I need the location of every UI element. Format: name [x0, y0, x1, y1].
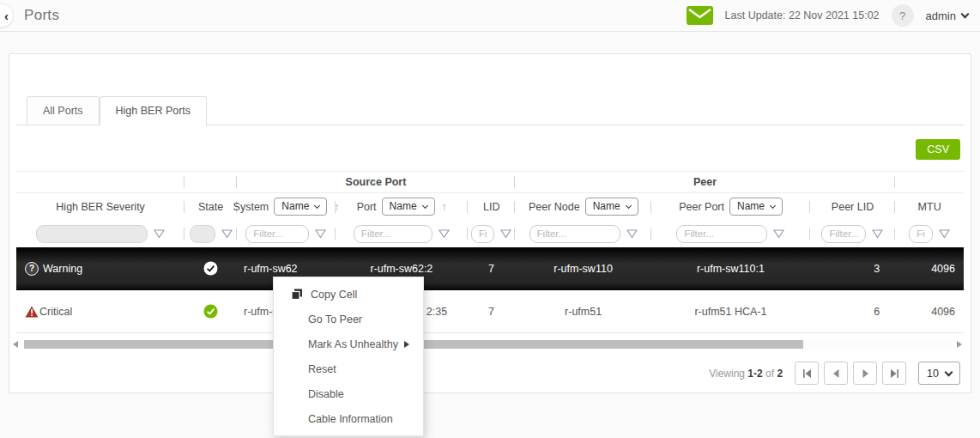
scrollbar-track[interactable]	[22, 340, 953, 349]
column-header-row: High BER Severity State System Name ↑ Po…	[16, 193, 964, 220]
menu-item-go-to-peer[interactable]: Go To Peer	[274, 307, 423, 332]
page-size-value: 10	[927, 368, 939, 380]
group-peer: Peer	[515, 176, 895, 188]
system-cell: r-ufm-sw62	[237, 263, 336, 275]
last-page-button[interactable]	[882, 362, 906, 385]
viewing-label: Viewing 1-2 of 2	[709, 368, 783, 380]
horizontal-scrollbar	[13, 339, 962, 349]
chevron-down-icon	[314, 202, 320, 208]
table-row-critical[interactable]: Critical r-ufm-s 2:35 7 r-ufm51 r-ufm51 …	[16, 290, 964, 333]
tab-bar: All Ports High BER Ports	[16, 96, 964, 125]
funnel-icon[interactable]	[500, 229, 511, 239]
funnel-icon[interactable]	[154, 229, 165, 239]
next-page-icon	[862, 369, 868, 378]
menu-item-reset[interactable]: Reset	[274, 356, 423, 381]
funnel-icon[interactable]	[872, 229, 883, 239]
system-field-value: Name	[281, 200, 309, 212]
last-page-icon	[890, 369, 899, 378]
col-high-ber-severity[interactable]: High BER Severity	[16, 201, 185, 213]
funnel-icon[interactable]	[626, 229, 638, 239]
peer-lid-cell: 3	[810, 263, 896, 275]
first-page-button[interactable]	[795, 362, 819, 385]
copy-icon	[291, 289, 303, 301]
peer-port-filter-input[interactable]	[676, 225, 767, 243]
back-chevron-icon: ‹	[4, 9, 9, 23]
scroll-right-icon[interactable]	[957, 341, 962, 348]
last-update-label: Last Update: 22 Nov 2021 15:02	[725, 9, 880, 21]
lid-filter-input[interactable]	[471, 225, 494, 243]
first-page-icon	[802, 369, 812, 378]
collapse-sidebar-button[interactable]: ‹	[0, 3, 14, 27]
state-healthy-icon	[203, 304, 218, 319]
peer-node-field-value: Name	[593, 200, 620, 212]
next-page-button[interactable]	[853, 362, 877, 385]
help-button[interactable]: ?	[892, 4, 914, 27]
critical-severity-icon	[25, 306, 39, 318]
prev-page-button[interactable]	[824, 362, 848, 385]
peer-port-field-select[interactable]: Name	[729, 198, 783, 216]
col-peer-lid[interactable]: Peer LID	[810, 201, 896, 213]
menu-item-label: Go To Peer	[308, 313, 362, 325]
port-sort-asc-icon[interactable]: ↑	[442, 201, 447, 213]
user-menu[interactable]: admin	[926, 9, 968, 22]
funnel-icon[interactable]	[939, 229, 950, 239]
system-field-select[interactable]: Name	[274, 198, 327, 216]
top-bar: ‹ Ports Last Update: 22 Nov 2021 15:02 ?…	[0, 0, 980, 32]
funnel-icon[interactable]	[221, 229, 233, 239]
system-filter-input[interactable]	[245, 225, 309, 243]
high-ber-ports-table: Source Port Peer High BER Severity State…	[16, 171, 964, 333]
col-state[interactable]: State	[185, 201, 237, 213]
col-peer-node-label: Peer Node	[529, 201, 580, 213]
menu-item-copy-cell[interactable]: Copy Cell	[274, 282, 423, 307]
chevron-down-icon	[961, 9, 970, 18]
lid-cell: 7	[468, 263, 515, 275]
menu-item-label: Cable Information	[308, 413, 393, 425]
severity-label: Warning	[43, 263, 82, 275]
port-filter-input[interactable]	[354, 225, 433, 243]
col-port-label: Port	[357, 201, 377, 213]
csv-export-button[interactable]: CSV	[916, 139, 960, 160]
scroll-left-icon[interactable]	[13, 341, 18, 348]
port-field-select[interactable]: Name	[382, 198, 435, 216]
peer-node-field-select[interactable]: Name	[585, 198, 638, 216]
severity-filter-input[interactable]	[36, 225, 148, 243]
col-lid[interactable]: LID	[468, 201, 515, 213]
lid-cell: 7	[468, 306, 515, 318]
state-healthy-icon	[203, 261, 218, 276]
viewing-range: 1-2	[747, 368, 762, 380]
state-filter-input[interactable]	[190, 225, 215, 243]
funnel-icon[interactable]	[315, 229, 326, 239]
chevron-down-icon	[945, 368, 953, 376]
ports-page: ‹ Ports Last Update: 22 Nov 2021 15:02 ?…	[0, 0, 980, 438]
tab-high-ber-ports[interactable]: High BER Ports	[100, 96, 208, 125]
port-cell: r-ufm-sw62:2	[336, 263, 468, 275]
severity-label: Critical	[39, 306, 72, 318]
funnel-icon[interactable]	[439, 229, 450, 239]
col-mtu[interactable]: MTU	[895, 201, 964, 213]
mail-icon[interactable]	[687, 6, 713, 25]
menu-item-cable-information[interactable]: Cable Information	[274, 406, 423, 431]
username-label: admin	[926, 9, 956, 22]
help-icon: ?	[899, 9, 905, 22]
group-source-port: Source Port	[237, 176, 515, 188]
peer-lid-cell: 6	[810, 306, 896, 318]
page-size-select[interactable]: 10	[918, 362, 960, 385]
peer-lid-filter-input[interactable]	[821, 225, 866, 243]
row-context-menu: Copy Cell Go To Peer Mark As Unhealthy R…	[273, 277, 424, 436]
tab-all-ports[interactable]: All Ports	[27, 96, 100, 125]
peer-node-filter-input[interactable]	[529, 225, 620, 243]
peer-node-cell: r-ufm-sw110	[515, 263, 651, 275]
peer-port-cell: r-ufm51 HCA-1	[651, 306, 809, 318]
funnel-icon[interactable]	[773, 229, 784, 239]
group-header-row: Source Port Peer	[16, 171, 964, 193]
col-system: System Name ↑	[237, 198, 336, 216]
menu-item-label: Mark As Unhealthy	[308, 338, 398, 350]
mtu-cell: 4096	[895, 306, 964, 318]
table-row-warning[interactable]: ? Warning r-ufm-sw62 r-ufm-sw62:2 7 r-uf…	[16, 247, 964, 290]
mtu-filter-input[interactable]	[909, 225, 933, 243]
menu-item-mark-as-unhealthy[interactable]: Mark As Unhealthy	[274, 332, 423, 356]
col-peer-port-label: Peer Port	[679, 201, 724, 213]
menu-item-disable[interactable]: Disable	[274, 381, 423, 406]
menu-item-label: Disable	[308, 388, 344, 400]
warning-severity-icon: ?	[25, 262, 39, 276]
